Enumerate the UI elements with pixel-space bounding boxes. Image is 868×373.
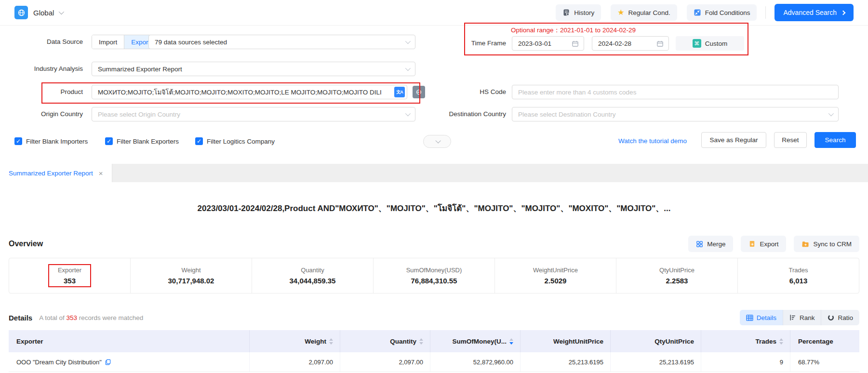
tutorial-demo-link[interactable]: Watch the tutorial demo: [618, 133, 687, 149]
save-as-regular-button[interactable]: Save as Regular: [701, 132, 766, 148]
product-field-wrap: 文A: [92, 85, 407, 99]
regular-cond-button[interactable]: ★ Regular Cond.: [611, 4, 677, 21]
hs-code-input[interactable]: [512, 85, 839, 99]
chevron-down-icon: [828, 111, 834, 116]
match-suffix: records were matched: [79, 314, 144, 321]
stat-weight-unit-price: WeightUnitPrice 2.5029: [494, 258, 616, 293]
column-header-quantity[interactable]: Quantity: [340, 330, 430, 352]
filter-label: Filter Logitics Company: [207, 138, 275, 145]
merge-icon: [696, 240, 703, 248]
tab-summarized-exporter-report[interactable]: Summarized Exporter Report ×: [0, 164, 112, 182]
column-header-weight-unit-price: WeightUnitPrice: [521, 330, 611, 352]
query-summary: 2023/03/01-2024/02/28,Product AND"МОХИТО…: [0, 201, 868, 214]
collapse-form-button[interactable]: [423, 135, 451, 148]
industry-analysis-label: Industry Analysis: [0, 62, 83, 76]
column-label: SumOfMoney(U...: [452, 338, 507, 345]
filter-blank-importers-checkbox[interactable]: ✓ Filter Blank Importers: [14, 133, 88, 149]
view-rank-button[interactable]: Rank: [783, 310, 821, 325]
translate-icon[interactable]: 文A: [394, 87, 405, 97]
column-header-trades[interactable]: Trades: [701, 330, 790, 352]
regular-cond-label: Regular Cond.: [628, 9, 670, 16]
chevron-down-icon: [405, 66, 411, 71]
column-header-weight[interactable]: Weight: [250, 330, 340, 352]
export-button[interactable]: Export: [741, 236, 786, 252]
column-label: Trades: [755, 338, 776, 345]
cell-exporter: OOO "Dream City Distribution": [9, 352, 250, 372]
origin-country-placeholder: Please select Origin Country: [98, 111, 180, 118]
filter-blank-exporters-checkbox[interactable]: ✓ Filter Blank Exporters: [105, 133, 179, 149]
destination-country-label: Destination Country: [414, 107, 506, 121]
sort-icon-active-desc[interactable]: [509, 338, 513, 345]
stat-qty-unit-price: QtyUnitPrice 2.2583: [616, 258, 737, 293]
product-label: Product: [0, 85, 83, 99]
stat-sum-of-money: SumOfMoney(USD) 76,884,310.55: [373, 258, 494, 293]
overview-title: Overview: [9, 240, 43, 248]
cell-qty-unit-price: 25,213.6195: [611, 352, 701, 372]
result-content: 2023/03/01-2024/02/28,Product AND"МОХИТО…: [0, 201, 868, 372]
data-source-toggle: Import Export: [92, 35, 157, 49]
chevron-right-icon: [841, 10, 846, 15]
fold-conditions-button[interactable]: Fold Conditions: [687, 4, 757, 21]
data-source-selected-text: 79 data sources selected: [155, 39, 227, 46]
ratio-donut-icon: [828, 314, 834, 321]
chevron-down-icon[interactable]: [59, 9, 64, 14]
column-label: Quantity: [390, 338, 416, 345]
filter-logistics-company-checkbox[interactable]: ✓ Filter Logitics Company: [195, 133, 275, 149]
column-label: WeightUnitPrice: [553, 338, 603, 345]
copy-icon[interactable]: [105, 359, 111, 365]
filter-label: Filter Blank Exporters: [117, 138, 179, 145]
region-selector-label[interactable]: Global: [33, 9, 54, 17]
end-date-value: 2024-02-28: [598, 40, 631, 47]
table-header-row: Exporter Weight Quantity SumOfMoney(U...…: [9, 330, 859, 352]
chevron-down-icon: [435, 138, 441, 143]
table-row[interactable]: OOO "Dream City Distribution" 2,097.00 2…: [9, 352, 859, 372]
stat-label: SumOfMoney(USD): [406, 266, 462, 274]
export-label: Export: [760, 240, 778, 248]
column-header-qty-unit-price: QtyUnitPrice: [611, 330, 701, 352]
destination-country-select[interactable]: Please select Destination Country: [512, 107, 839, 121]
close-icon[interactable]: ×: [99, 169, 103, 177]
import-toggle[interactable]: Import: [92, 35, 124, 49]
checkbox-checked-icon: ✓: [105, 137, 113, 145]
product-input[interactable]: [92, 85, 407, 99]
table-body: OOO "Dream City Distribution" 2,097.00 2…: [9, 352, 859, 372]
search-form: Data Source Import Export 79 data source…: [0, 26, 868, 164]
view-details-button[interactable]: Details: [740, 310, 783, 325]
view-ratio-button[interactable]: Ratio: [821, 310, 859, 325]
result-tab-bar: Summarized Exporter Report ×: [0, 164, 868, 182]
advanced-search-button[interactable]: Advanced Search: [775, 4, 854, 21]
stat-value: 353: [64, 277, 76, 285]
column-header-percentage: Percentage: [790, 330, 859, 352]
calendar-icon: [572, 40, 579, 47]
view-details-label: Details: [757, 314, 776, 321]
sort-icon[interactable]: [419, 338, 423, 345]
data-source-select[interactable]: 79 data sources selected: [148, 35, 415, 49]
stat-trades: Trades 6,013: [737, 258, 859, 293]
sync-to-crm-button[interactable]: Sync to CRM: [794, 236, 859, 252]
start-date-input[interactable]: 2023-03-01: [512, 36, 584, 51]
origin-country-select[interactable]: Please select Origin Country: [92, 107, 415, 121]
sort-icon[interactable]: [779, 338, 783, 345]
history-button[interactable]: History: [556, 4, 601, 21]
stat-weight: Weight 30,717,948.02: [130, 258, 252, 293]
end-date-input[interactable]: 2024-02-28: [592, 36, 669, 51]
merge-label: Merge: [707, 240, 725, 248]
custom-label: Custom: [705, 40, 728, 47]
start-date-value: 2023-03-01: [518, 40, 551, 47]
sort-icon[interactable]: [329, 338, 333, 345]
merge-button[interactable]: Merge: [688, 236, 733, 252]
column-header-sum-of-money[interactable]: SumOfMoney(U...: [430, 330, 521, 352]
custom-range-button[interactable]: ⌘ Custom: [676, 36, 744, 51]
industry-analysis-select[interactable]: Summarized Exporter Report: [92, 62, 415, 76]
stat-value: 2.2583: [666, 277, 688, 285]
search-button[interactable]: Search: [815, 132, 856, 148]
stat-label: Quantity: [301, 266, 324, 274]
match-prefix: A total of: [39, 314, 65, 321]
cell-weight: 2,097.00: [250, 352, 340, 372]
reset-button[interactable]: Reset: [774, 132, 807, 148]
optional-range-note: Optional range：2021-01-01 to 2024-02-29: [511, 26, 636, 35]
exporter-name-link[interactable]: OOO "Dream City Distribution": [16, 359, 102, 366]
cell-sum-of-money: 52,872,960.00: [430, 352, 521, 372]
topbar-actions: History ★ Regular Cond. Fold Conditions …: [546, 4, 854, 21]
stat-label: WeightUnitPrice: [533, 266, 578, 274]
